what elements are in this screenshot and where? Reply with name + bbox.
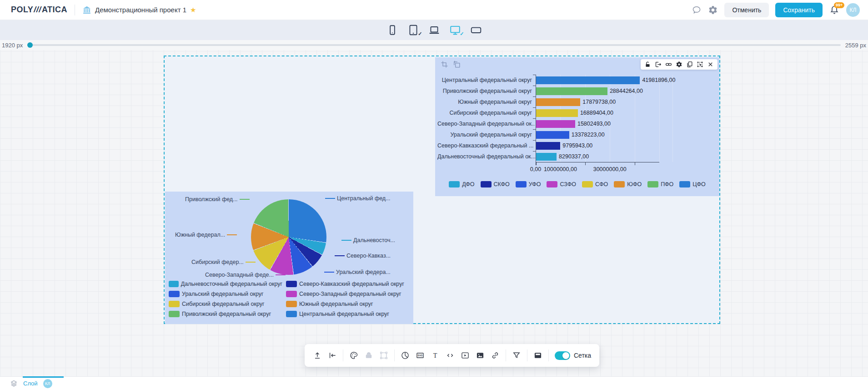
width-slider-track[interactable]: [27, 44, 840, 46]
legend-label: Северо-Кавказский федеральный округ: [299, 281, 404, 287]
bar[interactable]: [536, 131, 569, 139]
legend-item[interactable]: Центральный федеральный округ: [286, 311, 410, 317]
legend-swatch: [647, 181, 658, 187]
legend-item[interactable]: ЮФО: [614, 181, 642, 187]
bar[interactable]: [536, 120, 575, 128]
legend-label: Сибирский федеральный округ: [182, 301, 265, 307]
rotate-icon[interactable]: [453, 61, 461, 68]
bar-category-label: Уральский федеральный округ: [437, 132, 535, 138]
modal-tool-icon[interactable]: [533, 351, 542, 360]
bar-row: Уральский федеральный округ13378223,00: [536, 129, 708, 140]
bar[interactable]: [536, 109, 578, 117]
legend-item[interactable]: Северо-Кавказский федеральный округ: [286, 281, 410, 287]
logo-slashes: ///: [34, 5, 41, 15]
pie-slice-label: Южный федерал...: [175, 232, 237, 238]
device-widescreen-icon[interactable]: [470, 24, 482, 36]
legend-swatch: [169, 311, 180, 317]
legend-swatch: [582, 181, 593, 187]
legend-item[interactable]: СКФО: [481, 181, 510, 187]
video-tool-icon[interactable]: [461, 351, 470, 360]
filter-icon[interactable]: [512, 351, 521, 360]
desktop-check-icon: ✓: [460, 31, 464, 37]
text-tool-icon[interactable]: T: [431, 351, 440, 360]
legend-item[interactable]: СЗФО: [547, 181, 576, 187]
legend-item[interactable]: УФО: [516, 181, 541, 187]
transform-icon[interactable]: [697, 61, 703, 68]
bar[interactable]: [536, 98, 580, 106]
svg-text:SVG: SVG: [417, 354, 422, 357]
duplicate-icon[interactable]: [686, 61, 693, 68]
device-smartphone-icon[interactable]: [386, 24, 398, 36]
bar-row: Сибирский федеральный округ16889404,00: [536, 107, 708, 118]
selection-region[interactable]: Центральный федеральный округ41981896,00…: [164, 56, 720, 324]
svg-tool-icon[interactable]: SVG: [416, 351, 425, 360]
bar-value-label: 16889404,00: [580, 110, 613, 116]
save-button[interactable]: Сохранить: [775, 3, 823, 17]
close-icon[interactable]: [707, 61, 714, 68]
dashboard-canvas[interactable]: 1920 px 2559 px: [0, 40, 868, 376]
notification-badge: 99+: [834, 2, 844, 8]
widget-settings-icon[interactable]: [676, 61, 682, 68]
legend-item[interactable]: Сибирский федеральный округ: [169, 301, 282, 307]
bar-category-label: Сибирский федеральный округ: [437, 110, 535, 116]
legend-swatch: [449, 181, 460, 187]
x-axis-tick-label: 30000000,00: [593, 166, 627, 172]
device-laptop-icon[interactable]: [428, 24, 440, 36]
bar[interactable]: [536, 153, 557, 161]
legend-item[interactable]: Уральский федеральный округ: [169, 291, 282, 297]
grid-toggle-switch[interactable]: [555, 351, 570, 360]
pie-leader-line: [227, 234, 237, 235]
device-tablet-icon[interactable]: ✓: [407, 24, 419, 36]
bar-category-label: Северо-Кавказский федеральный ...: [437, 142, 535, 149]
favorite-star-icon[interactable]: ★: [190, 6, 196, 14]
pie-slice-label: Приволжский фед...: [185, 196, 250, 203]
pie-label-text: Северо-Западный феде...: [205, 272, 274, 278]
code-tool-icon[interactable]: [446, 351, 455, 360]
collapse-left-icon[interactable]: [328, 351, 337, 360]
settings-gear-icon[interactable]: [708, 5, 718, 15]
export-icon[interactable]: [655, 61, 662, 68]
cancel-button[interactable]: Отменить: [724, 3, 769, 17]
pie-chart-widget[interactable]: Центральный фед...Дальневосточ...Северо-…: [165, 192, 413, 324]
link-icon[interactable]: [665, 61, 672, 68]
bar[interactable]: [536, 76, 640, 84]
unlock-icon[interactable]: [644, 61, 651, 68]
layer-tab[interactable]: Слой: [23, 380, 38, 387]
link-tool-icon[interactable]: [491, 351, 500, 360]
pie-leader-line: [325, 198, 335, 199]
legend-item[interactable]: ЦФО: [679, 181, 705, 187]
legend-item[interactable]: Дальневосточный федеральный округ: [169, 281, 282, 287]
bar[interactable]: [536, 142, 560, 150]
legend-label: Дальневосточный федеральный округ: [181, 281, 282, 287]
legend-item[interactable]: Южный федеральный округ: [286, 301, 410, 307]
legend-item[interactable]: ДФО: [449, 181, 474, 187]
notifications-bell[interactable]: 99+: [829, 5, 840, 15]
grid-toggle[interactable]: Сетка: [555, 351, 591, 360]
legend-label: СЗФО: [560, 181, 576, 187]
pie-slice-label: Сибирский федер...: [191, 259, 256, 265]
chat-icon[interactable]: [692, 5, 702, 15]
bar-chart-legend: ДФОСКФОУФОСЗФОСФОЮФОПФОЦФО: [435, 181, 719, 187]
project-bank-icon: [82, 5, 91, 15]
legend-item[interactable]: Северо-Западный федеральный округ: [286, 291, 410, 297]
bar-chart-widget[interactable]: Центральный федеральный округ41981896,00…: [435, 57, 719, 196]
avatar[interactable]: КЛ: [846, 3, 860, 17]
toggle-knob: [562, 352, 569, 359]
bar[interactable]: [536, 87, 607, 95]
pie-chart-tool-icon[interactable]: [401, 351, 410, 360]
pie-chart[interactable]: [251, 199, 326, 275]
palette-icon[interactable]: [349, 351, 358, 360]
layer-user-badge: КЛ: [43, 379, 52, 388]
legend-swatch: [679, 181, 690, 187]
device-desktop-icon[interactable]: ✓: [449, 24, 461, 36]
legend-item[interactable]: СФО: [582, 181, 608, 187]
image-tool-icon[interactable]: [476, 351, 485, 360]
width-slider-handle[interactable]: [27, 42, 33, 48]
upload-icon[interactable]: [313, 351, 322, 360]
crop-icon[interactable]: [441, 61, 448, 68]
x-axis-tick-label: 0,00: [530, 166, 541, 172]
legend-item[interactable]: Приволжский федеральный округ: [169, 311, 282, 317]
legend-label: СКФО: [494, 181, 510, 187]
legend-item[interactable]: ПФО: [647, 181, 673, 187]
header: POLY///ATICA Демонстрационный проект 1 ★…: [0, 0, 868, 20]
